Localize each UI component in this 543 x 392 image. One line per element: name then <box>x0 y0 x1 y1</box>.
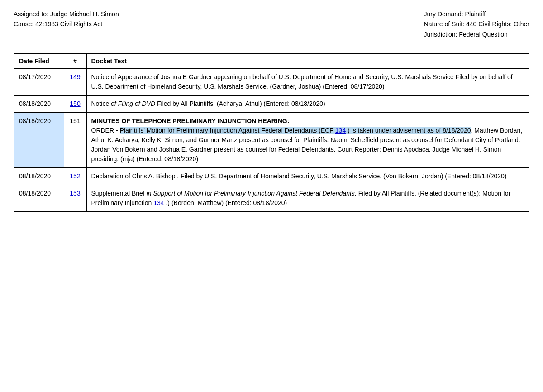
docket-text-cell: Notice of Appearance of Joshua E Gardner… <box>86 69 529 96</box>
docket-link-134-a[interactable]: 134 <box>335 127 346 134</box>
motion-highlight-span: Plaintiffs' Motion for Preliminary Injun… <box>120 127 471 134</box>
italic-span: of Filing of DVD <box>111 100 155 107</box>
italic-brief: in Support of Motion for Preliminary Inj… <box>147 190 355 197</box>
assigned-to: Assigned to: Judge Michael H. Simon <box>14 9 119 19</box>
table-header-row: Date Filed # Docket Text <box>14 53 529 69</box>
header-left: Assigned to: Judge Michael H. Simon Caus… <box>14 9 119 39</box>
docket-link-150[interactable]: 150 <box>70 100 80 107</box>
header-right: Jury Demand: Plaintiff Nature of Suit: 4… <box>424 9 529 39</box>
docket-link-149[interactable]: 149 <box>70 73 80 81</box>
docket-text-cell: Notice of Filing of DVD Filed by All Pla… <box>86 96 529 113</box>
docket-num-cell-151: 151 <box>64 113 86 168</box>
table-row: 08/17/2020 149 Notice of Appearance of J… <box>14 69 529 96</box>
nature-of-suit: Nature of Suit: 440 Civil Rights: Other <box>424 19 529 29</box>
docket-text-cell: Supplemental Brief in Support of Motion … <box>86 185 529 212</box>
case-header: Assigned to: Judge Michael H. Simon Caus… <box>14 9 529 44</box>
date-cell: 08/17/2020 <box>14 69 64 96</box>
docket-num-cell: 150 <box>64 96 86 113</box>
cause: Cause: 42:1983 Civil Rights Act <box>14 19 119 29</box>
docket-num-cell: 153 <box>64 185 86 212</box>
docket-link-153[interactable]: 153 <box>70 190 80 197</box>
docket-num-cell: 152 <box>64 168 86 185</box>
col-header-date: Date Filed <box>14 53 64 69</box>
date-cell-highlighted: 08/18/2020 <box>14 113 64 168</box>
date-cell: 08/18/2020 <box>14 96 64 113</box>
docket-link-152[interactable]: 152 <box>70 172 80 180</box>
docket-text-cell: Declaration of Chris A. Bishop . Filed b… <box>86 168 529 185</box>
table-row: 08/18/2020 153 Supplemental Brief in Sup… <box>14 185 529 212</box>
table-row: 08/18/2020 152 Declaration of Chris A. B… <box>14 168 529 185</box>
table-row: 08/18/2020 150 Notice of Filing of DVD F… <box>14 96 529 113</box>
docket-link-134-b[interactable]: 134 <box>153 199 164 206</box>
docket-num-cell: 149 <box>64 69 86 96</box>
minutes-header: MINUTES OF TELEPHONE PRELIMINARY INJUNCT… <box>91 117 290 124</box>
date-cell: 08/18/2020 <box>14 185 64 212</box>
col-header-num: # <box>64 53 86 69</box>
docket-text-cell-151: MINUTES OF TELEPHONE PRELIMINARY INJUNCT… <box>86 113 529 168</box>
jurisdiction: Jurisdiction: Federal Question <box>424 29 529 39</box>
date-cell: 08/18/2020 <box>14 168 64 185</box>
jury-demand: Jury Demand: Plaintiff <box>424 9 529 19</box>
docket-table: Date Filed # Docket Text 08/17/2020 149 … <box>14 53 529 212</box>
table-row-highlighted: 08/18/2020 151 MINUTES OF TELEPHONE PREL… <box>14 113 529 168</box>
col-header-text: Docket Text <box>86 53 529 69</box>
